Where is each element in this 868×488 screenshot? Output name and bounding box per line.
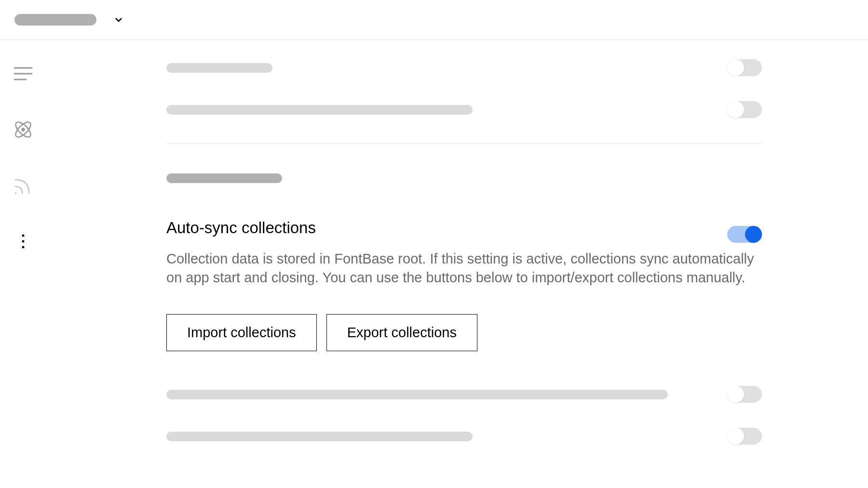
sidebar-atom-button[interactable] (13, 119, 34, 140)
auto-sync-toggle[interactable] (727, 226, 762, 243)
more-vertical-icon (13, 231, 34, 252)
header-title-placeholder (14, 14, 96, 26)
rss-icon (13, 175, 34, 196)
header-dropdown-toggle[interactable] (112, 13, 125, 26)
setting-toggle-1[interactable] (727, 59, 762, 76)
setting-toggle-2[interactable] (727, 101, 762, 118)
setting-row-placeholder-4 (166, 428, 762, 445)
toggle-knob (727, 386, 744, 403)
chevron-down-icon (113, 14, 124, 26)
section-divider (166, 143, 762, 144)
collection-buttons: Import collections Export collections (166, 314, 762, 351)
export-collections-button[interactable]: Export collections (326, 314, 477, 351)
import-collections-button[interactable]: Import collections (166, 314, 317, 351)
toggle-knob (745, 226, 762, 243)
setting-label-placeholder (166, 432, 473, 441)
app-header (0, 0, 868, 40)
section-header-placeholder (166, 173, 282, 183)
setting-label-placeholder (166, 390, 668, 399)
svg-point-6 (22, 235, 24, 237)
setting-row-placeholder-2 (166, 101, 762, 118)
atom-icon (13, 119, 34, 140)
setting-row-placeholder-3 (166, 386, 762, 403)
setting-row-placeholder-1 (166, 59, 762, 76)
sidebar-menu-button[interactable] (13, 63, 34, 84)
toggle-knob (727, 59, 744, 76)
setting-toggle-3[interactable] (727, 386, 762, 403)
toggle-knob (727, 428, 744, 445)
svg-point-8 (22, 246, 24, 249)
sidebar-more-button[interactable] (13, 231, 34, 252)
toggle-knob (727, 101, 744, 118)
setting-label-placeholder (166, 63, 272, 73)
auto-sync-title: Auto-sync collections (166, 219, 316, 237)
svg-point-7 (22, 240, 24, 243)
sidebar (0, 40, 46, 488)
svg-point-5 (22, 129, 24, 131)
setting-label-placeholder (166, 105, 473, 115)
settings-content: Auto-sync collections Collection data is… (46, 40, 868, 488)
auto-sync-description: Collection data is stored in FontBase ro… (166, 250, 760, 287)
menu-icon (13, 63, 34, 84)
sidebar-rss-button[interactable] (13, 175, 34, 196)
setting-toggle-4[interactable] (727, 428, 762, 445)
auto-sync-section: Auto-sync collections Collection data is… (166, 219, 762, 351)
